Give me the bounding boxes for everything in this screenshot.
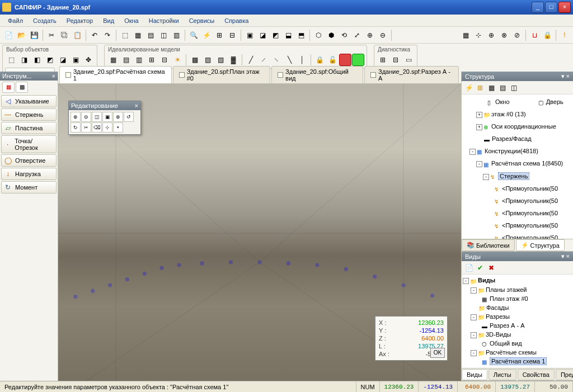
model-icon[interactable]: ⊞ (145, 54, 158, 66)
tool-icon[interactable]: ◫ (157, 29, 170, 41)
tool-icon[interactable]: ⬚ (119, 29, 131, 41)
pin-icon[interactable]: ▾ (561, 253, 565, 259)
bolt-icon[interactable]: ⚡ (200, 29, 213, 41)
tool-Указывание[interactable]: ◁Указывание (1, 95, 57, 107)
tool-Момент[interactable]: ↻Момент (1, 181, 57, 193)
diag-icon[interactable]: ▭ (402, 54, 415, 66)
ft-icon[interactable]: ⌫ (92, 122, 102, 133)
tool-icon[interactable]: ▤ (144, 29, 157, 41)
ft-icon[interactable]: ↻ (71, 122, 81, 133)
sel-icon[interactable]: ⬚ (5, 54, 17, 66)
menu-editor[interactable]: Редактор (62, 16, 97, 25)
menu-settings[interactable]: Настройки (144, 16, 184, 25)
check-icon[interactable]: ✔ (475, 263, 485, 273)
tree-icon[interactable]: ◫ (509, 83, 519, 93)
tab-views[interactable]: Виды (462, 369, 487, 380)
ok-button[interactable]: OK (430, 348, 445, 358)
tool-icon[interactable]: ⊟ (226, 29, 238, 41)
tool-icon[interactable]: ▦ (131, 29, 144, 41)
doc-tab[interactable]: Здание_20.spf:План этаж #0 (173, 66, 270, 83)
sun-icon[interactable]: ☀ (171, 54, 184, 66)
sel-icon[interactable]: ◩ (44, 54, 56, 66)
menu-help[interactable]: Справка (220, 16, 253, 25)
tool-Точка/Отрезок[interactable]: ∙Точка/Отрезок (1, 135, 57, 153)
tab-sheets[interactable]: Листы (489, 369, 516, 380)
ft-icon[interactable]: ↺ (124, 112, 134, 122)
tool-tab[interactable]: ▩ (16, 82, 28, 93)
tool-Стержень[interactable]: —Стержень (1, 108, 57, 121)
lock-icon[interactable]: 🔒 (313, 54, 326, 66)
tool-icon[interactable]: ⊞ (213, 29, 226, 41)
doc-tab[interactable]: Здание_20.spf:Разрез А - А (364, 66, 459, 83)
warn-icon[interactable]: ! (558, 29, 571, 41)
ft-icon[interactable]: ▣ (102, 112, 112, 122)
menu-windows[interactable]: Окна (120, 16, 143, 25)
doc-tab[interactable]: Здание_20.spf:Общий вид (271, 66, 363, 83)
menu-create[interactable]: Создать (29, 16, 61, 25)
tool-icon[interactable]: ⟲ (338, 29, 350, 41)
snap-icon[interactable]: ⊕ (485, 29, 497, 41)
copy-icon[interactable]: ⿻ (58, 29, 71, 41)
tree-icon[interactable]: ▦ (486, 83, 496, 93)
line-icon[interactable]: ╱ (245, 54, 257, 66)
tree-icon[interactable]: ▤ (497, 83, 508, 93)
tool-icon[interactable]: ⊖ (377, 29, 389, 41)
menu-view[interactable]: Вид (98, 16, 119, 25)
pin-icon[interactable]: ▾ (561, 73, 565, 79)
line-icon[interactable]: ⟋ (257, 54, 270, 66)
sel-icon[interactable]: ◪ (57, 54, 69, 66)
new-icon[interactable]: 📄 (2, 29, 15, 41)
sel-icon[interactable]: ▣ (69, 54, 82, 66)
structure-tree[interactable]: ▯Окно ▢Дверь +📁этаж #0 (13) +⊕Оси коорди… (462, 95, 573, 239)
model-icon[interactable]: ▥ (133, 54, 145, 66)
new-icon[interactable]: 📄 (464, 263, 474, 273)
ft-icon[interactable]: ⊹ (102, 122, 112, 133)
open-icon[interactable]: 📂 (15, 29, 27, 41)
close-icon[interactable]: × (135, 102, 138, 109)
mesh-icon[interactable]: ▨ (201, 54, 214, 66)
menu-services[interactable]: Сервисы (185, 16, 219, 25)
close-icon[interactable]: × (566, 73, 570, 79)
3d-viewport[interactable]: Редактирование× ⊕ ⊖ ◫ ▣ ⊗ ↺ ↻ ✂ ⌫ ⊹ ⚬ X … (58, 84, 461, 381)
mesh-icon[interactable]: ▩ (189, 54, 201, 66)
tool-tab[interactable]: ▦ (2, 82, 15, 93)
tab-libraries[interactable]: 📚Библиотеки (462, 239, 515, 251)
line-icon[interactable]: ⟍ (270, 54, 283, 66)
magnet-icon[interactable]: ⊔ (528, 29, 541, 41)
save-icon[interactable]: 💾 (28, 29, 40, 41)
locate-icon[interactable]: ✥ (82, 54, 95, 66)
color-icon[interactable] (339, 54, 351, 66)
diag-icon[interactable]: ⊞ (377, 54, 389, 66)
undo-icon[interactable]: ↶ (88, 29, 101, 41)
search-icon[interactable]: 🔍 (187, 29, 200, 41)
line-icon[interactable]: ╲ (283, 54, 295, 66)
redo-icon[interactable]: ↷ (101, 29, 114, 41)
maximize-button[interactable]: □ (545, 2, 557, 13)
menu-file[interactable]: Файл (3, 16, 27, 25)
color-icon[interactable] (352, 54, 364, 66)
line-icon[interactable]: │ (296, 54, 308, 66)
views-tree[interactable]: -📁Виды -📁Планы этажей ▦План этаж #0 📁Фас… (462, 275, 573, 368)
close-button[interactable]: × (558, 2, 571, 13)
lock-icon[interactable]: 🔓 (326, 54, 339, 66)
diag-icon[interactable]: ⊟ (389, 54, 402, 66)
snap-icon[interactable]: ⊹ (472, 29, 485, 41)
mesh-icon[interactable]: ▧ (214, 54, 227, 66)
wire-icon[interactable]: ⬢ (325, 29, 337, 41)
grid-icon[interactable]: ▦ (459, 29, 472, 41)
model-icon[interactable]: ⊟ (158, 54, 171, 66)
minimize-button[interactable]: _ (532, 2, 544, 13)
tool-icon[interactable]: ⊕ (364, 29, 376, 41)
box-icon[interactable]: ⬒ (295, 29, 307, 41)
tree-icon[interactable]: ⊞ (475, 83, 485, 93)
cut-icon[interactable]: ✂ (45, 29, 58, 41)
tool-icon[interactable]: ▥ (170, 29, 182, 41)
box-icon[interactable]: ⬓ (282, 29, 294, 41)
tab-properties[interactable]: Свойства (518, 369, 555, 380)
delete-icon[interactable]: ✖ (486, 263, 496, 273)
lock-icon[interactable]: 🔒 (541, 29, 553, 41)
snap-icon[interactable]: ⊗ (498, 29, 510, 41)
doc-tab[interactable]: Здание_20.spf:Расчётная схема 1 (59, 66, 172, 83)
sel-icon[interactable]: ◨ (18, 54, 30, 66)
ft-icon[interactable]: ⊕ (71, 112, 81, 122)
